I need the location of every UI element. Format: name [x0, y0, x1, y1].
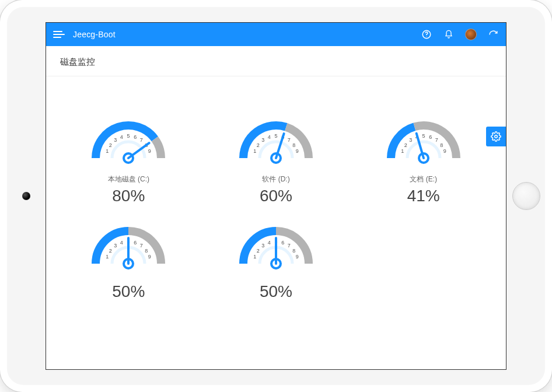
settings-fab[interactable] [486, 127, 506, 146]
gauge-chart: 123456789 [229, 217, 323, 275]
svg-text:2: 2 [109, 142, 112, 148]
gauge-chart: 123456789 [229, 111, 323, 170]
gear-icon [491, 131, 501, 142]
svg-text:3: 3 [261, 243, 264, 249]
gauge-value: 80% [112, 187, 145, 205]
svg-text:6: 6 [134, 240, 137, 246]
svg-text:6: 6 [281, 240, 284, 246]
gauge-value: 41% [407, 187, 440, 205]
svg-text:3: 3 [409, 137, 412, 143]
svg-text:2: 2 [257, 142, 260, 148]
gauge-value: 50% [112, 282, 145, 301]
svg-text:7: 7 [140, 137, 143, 143]
gauge-chart: 123456789 [377, 111, 470, 170]
tablet-frame: Jeecg-Boot [0, 0, 552, 392]
menu-toggle-icon[interactable] [53, 28, 66, 41]
svg-text:4: 4 [268, 240, 271, 246]
svg-text:7: 7 [435, 137, 438, 143]
svg-text:8: 8 [292, 142, 295, 148]
gauge-value: 60% [260, 187, 292, 205]
user-avatar[interactable] [465, 29, 477, 40]
svg-text:2: 2 [257, 248, 260, 254]
gauge-card: 123456789 50% [205, 217, 347, 301]
svg-text:7: 7 [140, 243, 143, 249]
svg-text:1: 1 [106, 148, 109, 154]
gauge-card: 123456789 文档 (E:) 41% [352, 111, 494, 205]
svg-text:3: 3 [114, 137, 117, 143]
help-icon[interactable] [421, 29, 432, 40]
svg-text:3: 3 [114, 243, 117, 249]
svg-point-2 [495, 135, 498, 138]
svg-text:2: 2 [109, 248, 112, 254]
svg-text:4: 4 [120, 134, 123, 140]
svg-text:1: 1 [401, 148, 404, 154]
svg-text:1: 1 [253, 254, 256, 260]
app-screen: Jeecg-Boot [46, 22, 506, 370]
svg-text:8: 8 [440, 142, 443, 148]
svg-text:6: 6 [134, 134, 137, 140]
gauge-chart: 123456789 [82, 111, 175, 170]
topbar: Jeecg-Boot [46, 23, 506, 46]
gauge-chart: 123456789 [82, 217, 175, 275]
page-title: 磁盘监控 [46, 46, 506, 76]
svg-text:1: 1 [106, 254, 109, 260]
svg-text:7: 7 [288, 243, 291, 249]
svg-text:9: 9 [296, 148, 299, 154]
svg-text:9: 9 [148, 254, 151, 260]
svg-text:6: 6 [429, 134, 432, 140]
topbar-actions [421, 29, 499, 40]
brand-title: Jeecg-Boot [73, 30, 116, 39]
svg-text:8: 8 [292, 248, 295, 254]
svg-text:9: 9 [443, 148, 446, 154]
svg-text:8: 8 [145, 248, 148, 254]
svg-point-1 [426, 36, 427, 37]
content-area: 磁盘监控 123456789 本地磁盘 (C:) 80% 1234567 [46, 46, 506, 369]
gauge-card: 123456789 50% [58, 217, 200, 301]
gauge-card: 123456789 软件 (D:) 60% [205, 111, 347, 205]
bell-icon[interactable] [443, 29, 455, 40]
svg-text:4: 4 [268, 134, 271, 140]
gauge-value: 50% [260, 282, 292, 301]
gauge-label: 软件 (D:) [262, 174, 289, 184]
gauge-grid: 123456789 本地磁盘 (C:) 80% 123456789 软件 (D:… [46, 76, 506, 313]
gauge-label: 文档 (E:) [410, 174, 437, 184]
svg-text:5: 5 [422, 133, 425, 139]
gauge-label: 本地磁盘 (C:) [108, 174, 149, 184]
refresh-icon[interactable] [487, 29, 499, 40]
svg-text:3: 3 [261, 137, 264, 143]
tablet-camera [22, 192, 30, 200]
gauge-card: 123456789 本地磁盘 (C:) 80% [58, 111, 200, 205]
tablet-home-button[interactable] [512, 182, 540, 210]
svg-text:4: 4 [120, 240, 123, 246]
svg-text:5: 5 [274, 133, 277, 139]
svg-text:9: 9 [148, 148, 151, 154]
svg-text:5: 5 [127, 133, 130, 139]
svg-text:2: 2 [404, 142, 407, 148]
svg-text:1: 1 [253, 148, 256, 154]
svg-text:9: 9 [296, 254, 299, 260]
svg-text:7: 7 [288, 137, 291, 143]
